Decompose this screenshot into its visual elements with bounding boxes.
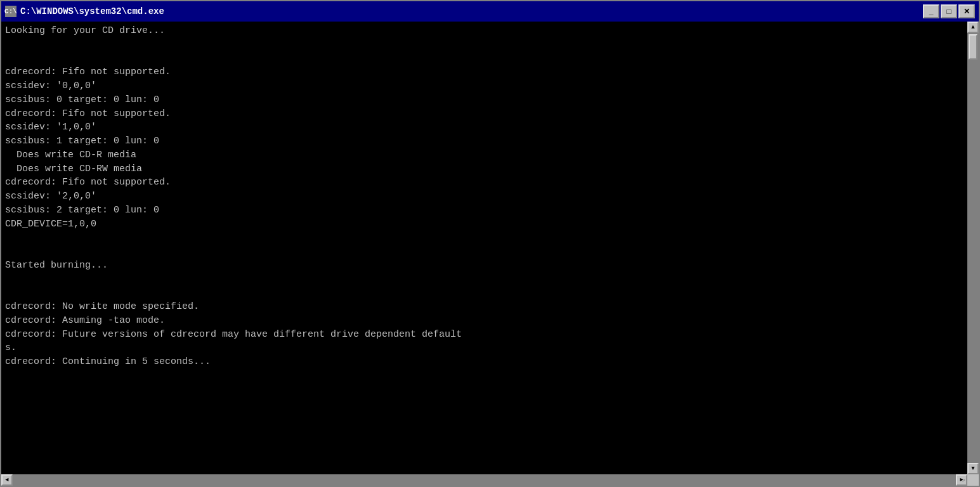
scroll-thumb[interactable] (969, 34, 977, 60)
horizontal-scroll-track (13, 474, 956, 486)
title-bar-buttons: _ □ ✕ (923, 4, 975, 18)
scroll-down-button[interactable]: ▼ (967, 463, 979, 474)
title-bar-left: C:\ C:\WINDOWS\system32\cmd.exe (5, 6, 164, 17)
terminal-body: Looking for your CD drive... cdrecord: F… (1, 22, 979, 474)
window-title: C:\WINDOWS\system32\cmd.exe (20, 6, 164, 16)
cmd-icon: C:\ (5, 6, 16, 17)
scroll-track (967, 33, 979, 463)
scroll-up-button[interactable]: ▲ (967, 22, 979, 33)
minimize-button[interactable]: _ (923, 4, 939, 18)
scroll-right-button[interactable]: ► ↗ (956, 474, 967, 486)
cmd-window: C:\ C:\WINDOWS\system32\cmd.exe _ □ ✕ Lo… (0, 0, 980, 487)
maximize-button[interactable]: □ (941, 4, 957, 18)
terminal-output[interactable]: Looking for your CD drive... cdrecord: F… (1, 22, 967, 474)
close-button[interactable]: ✕ (958, 4, 975, 18)
vertical-scrollbar[interactable]: ▲ ▼ (967, 22, 979, 474)
scroll-left-button[interactable]: ◄ (1, 474, 13, 486)
horizontal-scrollbar[interactable]: ◄ ► ↗ (1, 474, 967, 486)
scrollbar-corner (967, 474, 979, 486)
title-bar: C:\ C:\WINDOWS\system32\cmd.exe _ □ ✕ (1, 1, 979, 22)
bottom-bar: ◄ ► ↗ (1, 474, 979, 486)
